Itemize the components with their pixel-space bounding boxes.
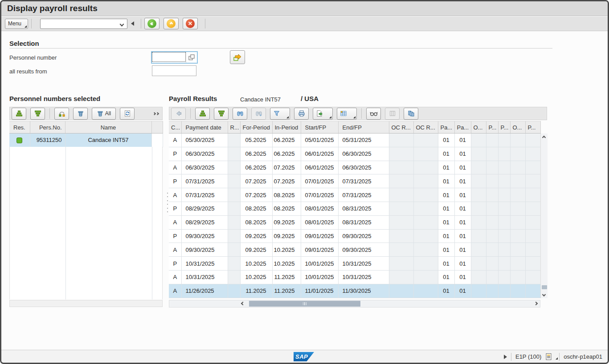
cell[interactable]: 06.2025 xyxy=(272,147,301,161)
cell[interactable] xyxy=(389,243,413,257)
print-button[interactable] xyxy=(294,108,309,120)
cell[interactable]: 07/01/2025 xyxy=(301,174,338,188)
cell[interactable]: 01 xyxy=(438,257,454,271)
cell[interactable] xyxy=(510,133,525,147)
cell[interactable]: 01 xyxy=(454,284,471,298)
scroll-down-icon[interactable] xyxy=(542,293,546,296)
find-next-button[interactable] xyxy=(251,108,266,120)
cell[interactable] xyxy=(228,243,240,257)
all-results-from-input[interactable] xyxy=(152,65,196,76)
back-navigation-button[interactable] xyxy=(171,108,186,120)
cell[interactable] xyxy=(525,174,540,188)
cell[interactable] xyxy=(413,229,438,243)
cell[interactable] xyxy=(525,270,540,284)
cell[interactable] xyxy=(413,215,438,229)
cell[interactable] xyxy=(510,202,525,215)
refresh-button[interactable] xyxy=(120,108,135,120)
column-header[interactable]: For-Period xyxy=(240,121,272,133)
table-row[interactable]: P06/30/202506.202506.202506/01/202506/30… xyxy=(169,147,540,161)
cell[interactable]: 10.2025 xyxy=(240,270,272,284)
table-row[interactable]: A06/30/202506.202507.202506/01/202506/30… xyxy=(169,161,540,174)
cell[interactable] xyxy=(525,188,540,202)
column-header[interactable]: R... xyxy=(228,121,240,133)
cell[interactable]: 09/01/2025 xyxy=(301,229,338,243)
cell[interactable]: 01 xyxy=(454,147,471,161)
cell[interactable] xyxy=(471,257,486,271)
cell[interactable] xyxy=(486,229,498,243)
export-button[interactable] xyxy=(313,108,333,120)
cell[interactable]: 01 xyxy=(454,229,471,243)
multiple-selection-button[interactable] xyxy=(230,50,245,64)
cell[interactable] xyxy=(510,161,525,174)
cell[interactable]: 08.2025 xyxy=(272,202,301,215)
cell[interactable] xyxy=(510,229,525,243)
cell[interactable]: 08.2025 xyxy=(240,202,272,215)
vertical-scroll-thumb[interactable] xyxy=(542,285,547,289)
cell[interactable]: 08/01/2025 xyxy=(301,215,338,229)
table-row[interactable]: A11/26/202511.202511.202511/01/202511/30… xyxy=(169,284,540,298)
cell[interactable] xyxy=(413,243,438,257)
cell[interactable]: 09.2025 xyxy=(272,215,301,229)
cell[interactable]: 05.2025 xyxy=(240,133,272,147)
cell[interactable] xyxy=(9,133,30,147)
cell[interactable] xyxy=(525,243,540,257)
cell[interactable] xyxy=(510,257,525,271)
display-details-button[interactable] xyxy=(366,108,381,120)
cell[interactable] xyxy=(498,174,510,188)
cell[interactable] xyxy=(471,147,486,161)
horizontal-scrollbar[interactable] xyxy=(169,300,540,307)
cell[interactable]: 09.2025 xyxy=(240,243,272,257)
cell[interactable] xyxy=(228,133,240,147)
cell[interactable] xyxy=(228,188,240,202)
cell[interactable]: 10.2025 xyxy=(240,257,272,271)
cell[interactable] xyxy=(498,202,510,215)
column-header[interactable]: Pa... xyxy=(454,121,471,133)
sort-ascending-button[interactable] xyxy=(12,108,26,120)
expand-right-icon[interactable] xyxy=(504,355,507,359)
cell[interactable] xyxy=(413,147,438,161)
cell[interactable] xyxy=(486,243,498,257)
cell[interactable]: 06.2025 xyxy=(240,161,272,174)
cell[interactable] xyxy=(498,284,510,298)
cell[interactable] xyxy=(413,133,438,147)
cell[interactable] xyxy=(498,229,510,243)
cell[interactable] xyxy=(486,202,498,215)
table-row[interactable]: 95311250Candace INT57 xyxy=(9,133,163,147)
cell[interactable]: 08/29/2025 xyxy=(181,215,228,229)
cell[interactable] xyxy=(389,202,413,215)
cell[interactable] xyxy=(498,147,510,161)
cell[interactable]: 09/01/2025 xyxy=(301,243,338,257)
system-log-button[interactable] xyxy=(545,353,555,360)
cell[interactable]: 01 xyxy=(454,243,471,257)
table-row[interactable]: P10/31/202510.202510.202510/01/202510/31… xyxy=(169,257,540,271)
cell[interactable]: 05/30/2025 xyxy=(181,133,228,147)
cell[interactable]: 01 xyxy=(438,188,454,202)
cell[interactable] xyxy=(471,270,486,284)
cell[interactable] xyxy=(413,284,438,298)
cell[interactable]: 08/29/2025 xyxy=(181,202,228,215)
copy-list-button[interactable] xyxy=(404,108,418,120)
cell[interactable] xyxy=(510,147,525,161)
cell[interactable] xyxy=(471,229,486,243)
cell[interactable] xyxy=(413,270,438,284)
cell[interactable]: A xyxy=(169,284,181,298)
column-header[interactable]: End/FP xyxy=(338,121,389,133)
find-button[interactable] xyxy=(233,108,247,120)
cell[interactable]: 06/30/2025 xyxy=(338,147,389,161)
cell[interactable]: 10/01/2025 xyxy=(301,270,338,284)
cell[interactable]: A xyxy=(169,270,181,284)
cell[interactable] xyxy=(498,161,510,174)
cell[interactable] xyxy=(389,284,413,298)
cell[interactable]: 08/31/2025 xyxy=(338,215,389,229)
cell[interactable] xyxy=(486,188,498,202)
cell[interactable] xyxy=(471,202,486,215)
column-header[interactable]: O... xyxy=(510,121,525,133)
sort-descending-button[interactable] xyxy=(214,108,229,120)
cell[interactable] xyxy=(389,147,413,161)
delete-entry-button[interactable] xyxy=(73,108,88,120)
cell[interactable] xyxy=(389,270,413,284)
cell[interactable]: 01 xyxy=(454,161,471,174)
cell[interactable]: 11.2025 xyxy=(240,284,272,298)
cell[interactable]: 10/01/2025 xyxy=(301,257,338,271)
cell[interactable]: 01 xyxy=(438,147,454,161)
